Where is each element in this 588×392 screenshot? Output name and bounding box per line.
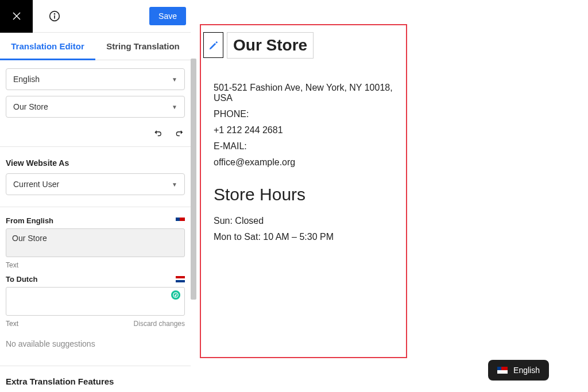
info-icon <box>49 10 60 22</box>
from-type-label: Text <box>6 261 18 269</box>
close-button[interactable] <box>0 0 33 33</box>
topbar: Save <box>0 0 191 33</box>
undo-redo-row <box>0 126 191 143</box>
view-as-value: Current User <box>13 180 59 189</box>
language-switcher-label: English <box>513 366 540 375</box>
redo-icon[interactable] <box>175 128 185 138</box>
preview-phone[interactable]: +1 212 244 2681 <box>214 125 393 135</box>
svg-rect-4 <box>54 15 55 19</box>
language-select[interactable]: English ▼ <box>6 68 185 90</box>
preview-address[interactable]: 501-521 Fashion Ave, New York, NY 10018,… <box>214 83 393 103</box>
sidebar-scroll[interactable]: English ▼ Our Store ▼ View Website As Cu… <box>0 60 191 392</box>
flag-us-icon <box>497 367 508 374</box>
preview-title-selected[interactable]: Our Store <box>227 32 314 59</box>
preview-hours-title[interactable]: Store Hours <box>214 185 393 204</box>
language-switcher[interactable]: English <box>488 360 549 381</box>
save-button[interactable]: Save <box>149 7 186 25</box>
string-select-value: Our Store <box>13 102 48 111</box>
no-suggestions-text: No available suggestions <box>0 328 191 366</box>
to-label-row: To Dutch <box>0 269 191 287</box>
tab-translation-editor[interactable]: Translation Editor <box>0 33 95 60</box>
from-textarea <box>6 228 185 257</box>
sidebar-scrollbar[interactable] <box>191 59 196 300</box>
view-as-select[interactable]: Current User ▼ <box>6 173 185 195</box>
info-button[interactable] <box>48 9 61 23</box>
flag-us-icon <box>176 218 185 224</box>
to-textarea[interactable] <box>6 287 185 316</box>
preview-email[interactable]: office@example.org <box>214 157 393 168</box>
string-select[interactable]: Our Store ▼ <box>6 96 185 118</box>
tab-string-translation[interactable]: String Translation <box>95 33 191 60</box>
close-icon <box>11 11 22 21</box>
view-as-title: View Website As <box>0 150 191 173</box>
flag-nl-icon <box>176 276 185 282</box>
extra-features-heading: Extra Translation Features <box>0 366 191 392</box>
chevron-down-icon: ▼ <box>172 76 177 83</box>
to-type-label: Text <box>6 320 18 328</box>
preview-sun[interactable]: Sun: Closed <box>214 216 393 226</box>
edit-selection-button[interactable] <box>203 32 223 58</box>
language-select-value: English <box>13 75 40 84</box>
preview-email-label[interactable]: E-MAIL: <box>214 141 393 152</box>
chevron-down-icon: ▼ <box>172 104 177 110</box>
pencil-icon <box>208 40 219 51</box>
grammarly-icon[interactable] <box>171 290 180 300</box>
preview-title: Our Store <box>233 36 307 55</box>
preview-phone-label[interactable]: PHONE: <box>214 109 393 119</box>
undo-icon[interactable] <box>153 128 163 138</box>
from-label-row: From English <box>0 211 191 228</box>
to-label: To Dutch <box>6 275 37 284</box>
sidebar: Save Translation Editor String Translati… <box>0 0 191 392</box>
discard-changes-link[interactable]: Discard changes <box>134 320 185 328</box>
chevron-down-icon: ▼ <box>172 181 177 188</box>
svg-point-3 <box>54 13 56 15</box>
tabs: Translation Editor String Translation <box>0 33 191 60</box>
preview-frame: 501-521 Fashion Ave, New York, NY 10018,… <box>200 24 407 358</box>
preview-monsat[interactable]: Mon to Sat: 10 AM – 5:30 PM <box>214 232 393 242</box>
from-label: From English <box>6 216 53 225</box>
